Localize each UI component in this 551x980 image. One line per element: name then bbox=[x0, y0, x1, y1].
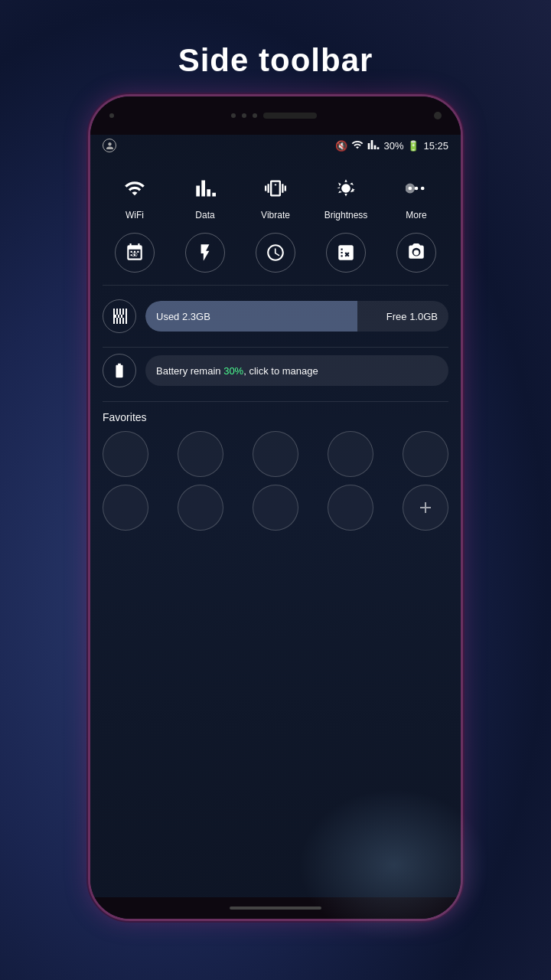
favorites-row-1 bbox=[103, 431, 448, 477]
svg-point-4 bbox=[409, 187, 412, 191]
fav-item-7[interactable] bbox=[178, 485, 223, 531]
fav-item-6[interactable] bbox=[103, 485, 148, 531]
clock-icon-btn[interactable] bbox=[256, 233, 295, 273]
battery-row[interactable]: Battery remain 30%, click to manage bbox=[90, 351, 461, 398]
fav-item-9[interactable] bbox=[328, 485, 373, 531]
page-title: Side toolbar bbox=[178, 42, 373, 79]
notch-speaker bbox=[263, 113, 317, 119]
status-left bbox=[103, 139, 116, 152]
phone-screen: 🔇 30% 🔋 15:25 W bbox=[90, 96, 461, 919]
memory-used-text: Used 2.3GB bbox=[156, 311, 210, 322]
divider-3 bbox=[103, 401, 448, 402]
fav-item-2[interactable] bbox=[178, 431, 223, 477]
calendar-icon-btn[interactable]: 30 bbox=[115, 233, 155, 273]
brightness-toggle-icon bbox=[329, 172, 363, 205]
brightness-label: Brightness bbox=[324, 210, 368, 220]
phone-bottom-bar bbox=[90, 897, 461, 919]
more-toggle-icon bbox=[399, 172, 433, 205]
favorites-label: Favorites bbox=[90, 405, 461, 431]
signal-icon bbox=[367, 139, 380, 153]
fav-add-button[interactable] bbox=[403, 485, 448, 531]
wifi-toggle-icon bbox=[118, 172, 152, 205]
fav-item-8[interactable] bbox=[253, 485, 298, 531]
memory-used-bar: Used 2.3GB bbox=[145, 301, 357, 332]
notch-dot-2 bbox=[242, 113, 246, 118]
battery-percent: 30% bbox=[223, 365, 243, 377]
vibrate-label: Vibrate bbox=[261, 210, 290, 220]
wifi-label: WiFi bbox=[126, 210, 144, 220]
flashlight-icon-btn[interactable] bbox=[185, 233, 225, 273]
fav-item-1[interactable] bbox=[103, 431, 148, 477]
camera-icon-btn[interactable] bbox=[396, 233, 436, 273]
second-icon-row: 30 bbox=[90, 227, 461, 282]
status-time: 15:25 bbox=[423, 140, 448, 152]
memory-free-text: Free 1.0GB bbox=[386, 311, 438, 322]
fav-item-5[interactable] bbox=[403, 431, 448, 477]
svg-point-3 bbox=[421, 187, 425, 191]
battery-row-icon bbox=[103, 354, 136, 387]
notch-dot-left bbox=[109, 113, 114, 118]
phone-top-bar bbox=[90, 96, 461, 135]
memory-row[interactable]: Used 2.3GB Free 1.0GB bbox=[90, 289, 461, 344]
status-right: 🔇 30% 🔋 15:25 bbox=[335, 139, 448, 153]
status-user-icon bbox=[103, 139, 116, 152]
notch-dot-3 bbox=[253, 113, 257, 118]
wifi-status-icon bbox=[351, 139, 364, 153]
toggle-brightness[interactable]: Brightness bbox=[319, 172, 373, 220]
toggle-vibrate[interactable]: Vibrate bbox=[249, 172, 302, 220]
battery-remain-text: Battery remain 30%, click to manage bbox=[156, 365, 318, 377]
svg-text:30: 30 bbox=[132, 252, 138, 257]
battery-icon: 🔋 bbox=[407, 140, 419, 152]
toggle-wifi[interactable]: WiFi bbox=[108, 172, 161, 220]
more-label: More bbox=[406, 210, 426, 220]
memory-bar: Used 2.3GB Free 1.0GB bbox=[145, 301, 448, 332]
memory-icon bbox=[103, 299, 136, 333]
divider-1 bbox=[103, 285, 448, 286]
divider-2 bbox=[103, 347, 448, 348]
vibrate-toggle-icon bbox=[259, 172, 292, 205]
data-label: Data bbox=[195, 210, 214, 220]
fav-item-4[interactable] bbox=[328, 431, 373, 477]
fav-item-3[interactable] bbox=[253, 431, 298, 477]
svg-point-2 bbox=[415, 187, 419, 191]
data-toggle-icon bbox=[188, 172, 222, 205]
battery-status: 30% bbox=[383, 140, 403, 152]
toggle-data[interactable]: Data bbox=[178, 172, 232, 220]
notch-camera bbox=[434, 112, 442, 119]
phone-frame: 🔇 30% 🔋 15:25 W bbox=[88, 94, 463, 921]
battery-bar: Battery remain 30%, click to manage bbox=[145, 355, 448, 386]
favorites-grid bbox=[90, 431, 461, 531]
notch-dot-1 bbox=[231, 113, 236, 118]
toggle-more[interactable]: More bbox=[390, 172, 443, 220]
mute-icon: 🔇 bbox=[335, 140, 347, 152]
favorites-row-2 bbox=[103, 485, 448, 531]
calculator-icon-btn[interactable] bbox=[326, 233, 366, 273]
home-indicator bbox=[230, 906, 321, 910]
quick-toggle-row: WiFi Data Vibrate Brightne bbox=[90, 164, 461, 227]
